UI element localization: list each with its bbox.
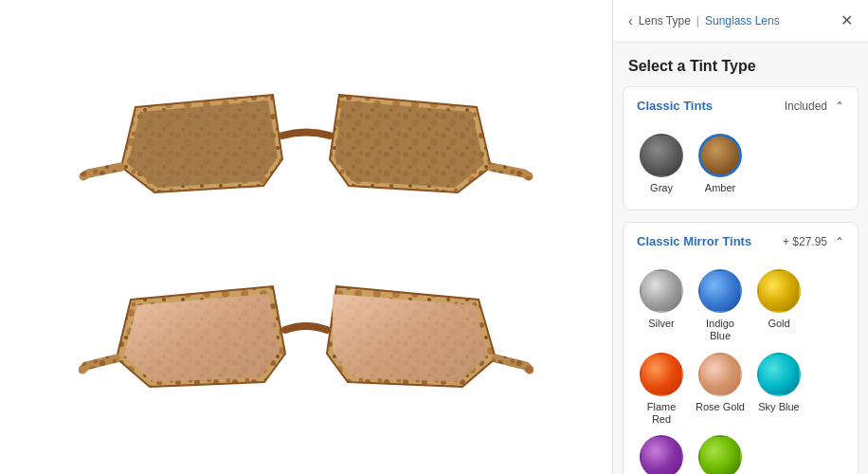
classic-tints-price: Included	[785, 100, 827, 113]
classic-tints-chevron: ⌃	[835, 100, 844, 113]
sunglasses-brown	[79, 55, 533, 226]
color-label-gold: Gold	[768, 318, 789, 330]
color-circle-gold	[757, 269, 801, 313]
breadcrumb: ‹ Lens Type | Sunglass Lens	[628, 13, 780, 28]
breadcrumb-parent[interactable]: Lens Type	[639, 14, 691, 27]
classic-tints-section: Classic Tints Included ⌃ GrayAmber	[623, 86, 859, 210]
color-item-moss-green[interactable]: Moss Green	[696, 435, 745, 474]
color-item-lavender[interactable]: Lavender	[637, 435, 686, 474]
color-circle-sky-blue	[757, 353, 801, 396]
sidebar-header: ‹ Lens Type | Sunglass Lens ✕	[613, 0, 868, 43]
page-title: Select a Tint Type	[613, 43, 868, 86]
color-circle-amber	[698, 134, 742, 177]
color-label-gray: Gray	[650, 182, 673, 194]
color-circle-flame-red	[640, 353, 683, 396]
mirror-tints-chevron: ⌃	[835, 235, 844, 248]
sunglasses-rose-gold	[79, 245, 533, 420]
mirror-tints-header[interactable]: Classic Mirror Tints + $27.95 ⌃	[624, 223, 858, 260]
color-circle-moss-green	[698, 435, 742, 474]
color-label-sky-blue: Sky Blue	[758, 401, 799, 413]
sidebar: ‹ Lens Type | Sunglass Lens ✕ Select a T…	[612, 0, 868, 474]
color-item-flame-red[interactable]: Flame Red	[637, 353, 686, 426]
classic-tints-right: Included ⌃	[785, 100, 844, 113]
breadcrumb-current: Sunglass Lens	[705, 14, 780, 27]
classic-tints-title: Classic Tints	[637, 99, 713, 113]
sunglasses-display	[79, 55, 533, 420]
color-item-indigo-blue[interactable]: Indigo Blue	[696, 269, 745, 342]
product-preview	[0, 0, 612, 474]
back-button[interactable]: ‹	[628, 13, 633, 28]
mirror-tints-grid: SilverIndigo BlueGoldFlame RedRose GoldS…	[624, 260, 858, 474]
classic-tints-grid: GrayAmber	[624, 124, 858, 210]
breadcrumb-separator: |	[696, 14, 699, 27]
color-label-amber: Amber	[705, 182, 735, 194]
color-item-amber[interactable]: Amber	[696, 134, 745, 194]
mirror-tints-price: + $27.95	[783, 235, 827, 248]
color-item-rose-gold[interactable]: Rose Gold	[696, 353, 745, 426]
classic-tints-header[interactable]: Classic Tints Included ⌃	[624, 87, 858, 124]
mirror-tints-right: + $27.95 ⌃	[783, 235, 844, 248]
color-item-silver[interactable]: Silver	[637, 269, 686, 342]
color-label-flame-red: Flame Red	[637, 401, 686, 426]
color-label-silver: Silver	[648, 318, 675, 330]
color-item-gold[interactable]: Gold	[754, 269, 804, 342]
color-circle-gray	[640, 134, 683, 177]
color-label-indigo-blue: Indigo Blue	[696, 318, 745, 342]
color-item-sky-blue[interactable]: Sky Blue	[754, 353, 804, 426]
close-button[interactable]: ✕	[841, 13, 853, 28]
color-circle-rose-gold	[698, 353, 742, 396]
color-circle-indigo-blue	[698, 269, 742, 313]
color-item-gray[interactable]: Gray	[637, 134, 686, 194]
color-label-rose-gold: Rose Gold	[696, 401, 745, 413]
color-circle-silver	[640, 269, 683, 313]
mirror-tints-section: Classic Mirror Tints + $27.95 ⌃ SilverIn…	[623, 222, 859, 474]
mirror-tints-title: Classic Mirror Tints	[637, 234, 751, 248]
color-circle-lavender	[640, 435, 683, 474]
